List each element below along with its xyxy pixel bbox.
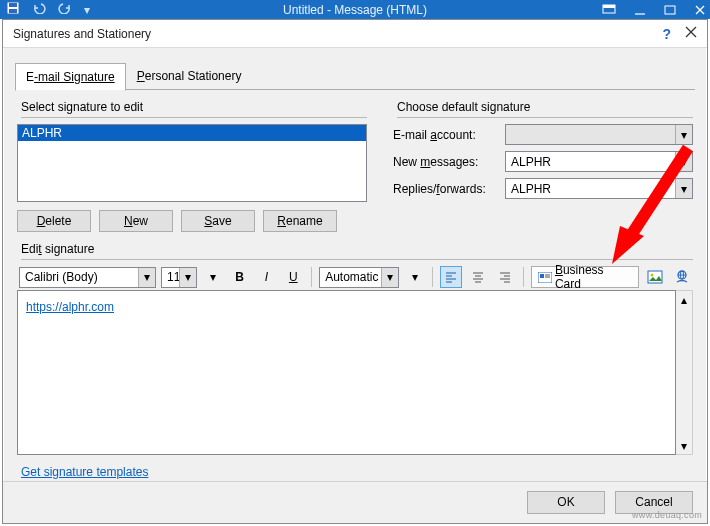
editor-hyperlink[interactable]: https://alphr.com <box>26 300 114 314</box>
help-button[interactable]: ? <box>662 26 671 42</box>
new-button[interactable]: New <box>99 210 173 232</box>
chevron-down-icon[interactable]: ▾ <box>179 268 196 287</box>
chevron-down-icon[interactable]: ▾ <box>675 179 692 198</box>
app-titlebar: ▾ Untitled - Message (HTML) <box>0 0 710 19</box>
signature-list[interactable]: ALPHR <box>17 124 367 202</box>
window-title: Untitled - Message (HTML) <box>283 3 427 17</box>
scroll-up-icon[interactable]: ▴ <box>676 291 692 308</box>
edit-signature-label: Edit signature <box>21 242 693 256</box>
scroll-down-icon[interactable]: ▾ <box>676 437 692 454</box>
rename-button[interactable]: Rename <box>263 210 337 232</box>
svg-rect-28 <box>648 271 662 283</box>
replies-forwards-combo[interactable]: ALPHR ▾ <box>505 178 693 199</box>
chevron-down-icon[interactable]: ▾ <box>675 152 692 171</box>
signature-list-item[interactable]: ALPHR <box>18 125 366 141</box>
delete-button[interactable]: Delete <box>17 210 91 232</box>
font-name-combo[interactable]: Calibri (Body) ▾ <box>19 267 156 288</box>
default-signature-label: Choose default signature <box>397 100 693 114</box>
chevron-down-icon[interactable]: ▾ <box>675 125 692 144</box>
tab-email-signature[interactable]: E-mail Signature <box>15 63 126 91</box>
new-messages-label: New messages: <box>393 155 501 169</box>
new-messages-combo[interactable]: ALPHR ▾ <box>505 151 693 172</box>
svg-rect-5 <box>603 5 615 8</box>
font-size-combo[interactable]: 11 ▾ <box>161 267 197 288</box>
insert-hyperlink-button[interactable] <box>671 266 693 288</box>
undo-icon[interactable] <box>32 2 46 17</box>
get-templates-link[interactable]: Get signature templates <box>21 465 689 479</box>
business-card-button[interactable]: Business Card <box>531 266 639 288</box>
underline-button[interactable]: U <box>282 266 304 288</box>
chevron-down-icon[interactable]: ▾ <box>381 268 398 287</box>
insert-picture-button[interactable] <box>644 266 666 288</box>
select-signature-label: Select signature to edit <box>21 100 367 114</box>
svg-rect-3 <box>9 9 17 13</box>
font-color-combo[interactable]: Automatic ▾ <box>319 267 398 288</box>
chevron-down-icon[interactable]: ▾ <box>202 266 224 288</box>
bold-button[interactable]: B <box>229 266 251 288</box>
svg-rect-7 <box>665 6 675 14</box>
dialog-footer: OK Cancel <box>3 481 707 523</box>
close-window-icon[interactable] <box>694 4 706 16</box>
ok-button[interactable]: OK <box>527 491 605 514</box>
save-icon[interactable] <box>6 1 20 18</box>
editor-toolbar: Calibri (Body) ▾ 11 ▾ ▾ B I U Automatic … <box>19 266 693 288</box>
dialog-titlebar: Signatures and Stationery ? <box>3 20 707 48</box>
svg-rect-2 <box>9 3 17 7</box>
save-button[interactable]: Save <box>181 210 255 232</box>
align-center-button[interactable] <box>467 266 489 288</box>
tab-personal-stationery[interactable]: Personal Stationery <box>126 62 253 90</box>
chevron-down-icon[interactable]: ▾ <box>138 268 155 287</box>
close-dialog-icon[interactable] <box>685 26 697 41</box>
tab-strip: E-mail Signature Personal Stationery <box>3 48 707 90</box>
signature-editor[interactable]: https://alphr.com <box>17 290 676 455</box>
svg-rect-25 <box>540 274 544 278</box>
signatures-dialog: Signatures and Stationery ? E-mail Signa… <box>2 19 708 524</box>
maximize-icon[interactable] <box>664 4 676 16</box>
align-left-button[interactable] <box>440 266 462 288</box>
align-right-button[interactable] <box>494 266 516 288</box>
email-account-combo[interactable]: ▾ <box>505 124 693 145</box>
editor-scrollbar[interactable]: ▴ ▾ <box>676 290 693 455</box>
ribbon-display-icon[interactable] <box>602 4 616 16</box>
italic-button[interactable]: I <box>255 266 277 288</box>
dialog-title: Signatures and Stationery <box>13 27 662 41</box>
watermark: www.deuaq.com <box>632 510 702 520</box>
svg-point-29 <box>651 274 654 277</box>
redo-icon[interactable] <box>58 2 72 17</box>
replies-forwards-label: Replies/forwards: <box>393 182 501 196</box>
email-account-label: E-mail account: <box>393 128 501 142</box>
chevron-down-icon[interactable]: ▾ <box>404 266 426 288</box>
minimize-icon[interactable] <box>634 4 646 16</box>
qat-more-icon[interactable]: ▾ <box>84 3 90 17</box>
